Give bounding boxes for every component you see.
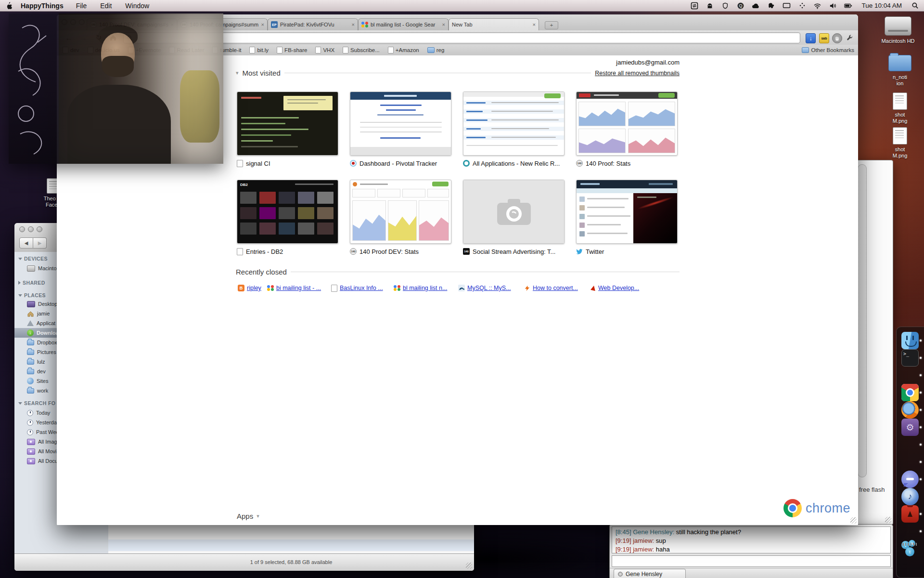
cloudapp-menu-icon[interactable] xyxy=(752,1,760,10)
forward-button[interactable]: ▶ xyxy=(33,237,47,249)
dock-propane-icon[interactable] xyxy=(901,505,919,523)
evernote-menu-icon[interactable] xyxy=(767,1,775,10)
thumbnail-caption-new-relic[interactable]: All Applications - New Relic R... xyxy=(463,159,566,168)
menu-clock[interactable]: Tue 10:04 AM xyxy=(861,2,902,9)
disclosure-triangle-icon[interactable]: ▾ xyxy=(236,70,239,76)
resize-grip-icon[interactable] xyxy=(850,517,857,524)
recently-closed-link[interactable]: bi mailing list - ... xyxy=(276,285,321,291)
thumbnail-new-relic[interactable] xyxy=(463,92,565,156)
disclosure-triangle-icon[interactable]: ▾ xyxy=(257,513,259,519)
recently-closed-how-to-convert[interactable]: How to convert... xyxy=(524,284,578,292)
thumbnail-caption-entries-db2[interactable]: Entries - DB2 xyxy=(237,247,340,256)
bookmark-amazon[interactable]: +Amazon xyxy=(388,47,419,53)
thumbnail-caption-140proof-dev[interactable]: 140 140 Proof DEV: Stats xyxy=(350,247,453,256)
recently-closed-link[interactable]: Web Develop... xyxy=(598,285,639,291)
desktop-icon-macintosh-hd[interactable]: Macintosh HD xyxy=(873,16,923,44)
desktop-icon-screenshot-2[interactable]: shot M.png xyxy=(880,127,920,159)
desktop-icon-screenshot-1[interactable]: shot M.png xyxy=(880,92,920,124)
shield-menu-icon[interactable] xyxy=(721,1,729,10)
recently-closed-link[interactable]: ripley xyxy=(247,285,261,291)
chat-input-field[interactable] xyxy=(612,555,891,567)
adium-ghost-menu-icon[interactable] xyxy=(706,1,714,10)
minimize-window-icon[interactable] xyxy=(28,226,34,232)
restore-thumbnails-link[interactable]: Restore all removed thumbnails xyxy=(595,70,680,77)
resize-grip-icon[interactable] xyxy=(466,563,472,569)
battery-menu-icon[interactable] xyxy=(844,1,852,10)
dock-system-preferences-icon[interactable]: ⚙ xyxy=(901,419,919,436)
new-tab-button[interactable]: + xyxy=(545,21,558,29)
close-window-icon[interactable] xyxy=(19,226,25,232)
thumbnail-140proof-dev-stats[interactable] xyxy=(350,180,451,244)
menu-window[interactable]: Window xyxy=(125,2,149,10)
thumbnail-signal-ci[interactable] xyxy=(237,92,338,156)
thumbnail-caption-pivotal[interactable]: Dashboard - Pivotal Tracker xyxy=(350,159,453,168)
recently-closed-link[interactable]: How to convert... xyxy=(533,285,578,291)
sabnzbd-extension-icon[interactable]: sab xyxy=(819,33,829,43)
thumbnail-140proof-stats[interactable] xyxy=(576,92,678,156)
recently-closed-web-develop[interactable]: Web Develop... xyxy=(591,284,639,292)
thumbnail-social-stream-placeholder[interactable] xyxy=(463,180,565,244)
recently-closed-link[interactable]: MySQL :: MyS... xyxy=(467,285,511,291)
tab-close-icon[interactable]: × xyxy=(442,22,445,27)
recently-closed-bi-mailing-list[interactable]: bi mailing list - ... xyxy=(267,284,321,292)
scrollbar-track[interactable] xyxy=(858,164,867,477)
recently-closed-ripley[interactable]: B ripley xyxy=(238,284,261,292)
selected-file-row[interactable] xyxy=(108,539,474,551)
tab-close-icon[interactable]: × xyxy=(261,22,264,27)
tab-close-icon[interactable]: × xyxy=(533,22,536,27)
bookmark-fb-share[interactable]: FB-share xyxy=(277,47,307,53)
back-button[interactable]: ◀ xyxy=(19,237,33,249)
tab-close-icon[interactable]: × xyxy=(352,22,355,27)
tab-google-search[interactable]: bl mailing list - Google Sear × xyxy=(358,18,449,30)
thumbnail-twitter[interactable] xyxy=(576,180,678,244)
resize-grip-icon[interactable] xyxy=(885,517,891,523)
menu-edit[interactable]: Edit xyxy=(100,2,112,10)
apps-header[interactable]: Apps ▾ xyxy=(237,512,259,520)
thumbnail-caption-140proof-stats[interactable]: 140 140 Proof: Stats xyxy=(576,159,680,168)
thumbnail-preview xyxy=(577,92,677,155)
desktop-icon-noti-folder[interactable]: n_noti ion xyxy=(877,55,923,87)
spotlight-icon[interactable] xyxy=(911,1,919,10)
recently-closed-mysql[interactable]: MySQL :: MyS... xyxy=(458,284,511,292)
thumbnail-caption-social-stream[interactable]: 140 Social Stream Advertising: T... xyxy=(463,247,566,256)
background-document-window[interactable]: free flash xyxy=(853,160,893,525)
address-input[interactable] xyxy=(133,34,797,42)
adblock-hand-icon[interactable] xyxy=(832,33,842,43)
dock-adium-icon[interactable] xyxy=(901,471,919,488)
recently-closed-link[interactable]: bl mailing list n... xyxy=(403,285,447,291)
dock-itunes-icon[interactable]: ♪ xyxy=(901,488,919,505)
dock-finder-icon[interactable] xyxy=(901,332,919,349)
quicksilver-menu-icon[interactable]: Q xyxy=(736,1,744,10)
menu-file[interactable]: File xyxy=(76,2,87,10)
zoom-window-icon[interactable] xyxy=(37,226,42,232)
wifi-menu-icon[interactable] xyxy=(813,1,821,10)
recently-closed-bl-mailing-list[interactable]: bl mailing list n... xyxy=(394,284,447,292)
tab-new-tab[interactable]: New Tab × xyxy=(449,18,539,30)
download-extension-icon[interactable]: ↓ xyxy=(806,33,816,43)
display-menu-icon[interactable] xyxy=(783,1,791,10)
bluetooth-menu-icon[interactable] xyxy=(798,1,806,10)
dock-terminal-icon[interactable]: >_ xyxy=(901,349,919,367)
apple-menu-icon[interactable] xyxy=(5,1,13,10)
wrench-menu-icon[interactable] xyxy=(845,33,854,42)
bookmark-bitly[interactable]: bit.ly xyxy=(249,47,269,53)
happythings-webcam-overlay[interactable] xyxy=(9,13,223,164)
tab-piratepad[interactable]: EP PiratePad: Kiv6vtFOVu × xyxy=(268,18,358,30)
recently-closed-link[interactable]: BasLinux Info ... xyxy=(340,285,383,291)
bookmark-reg-folder[interactable]: reg xyxy=(427,47,445,53)
thumbnail-caption-twitter[interactable]: Twitter xyxy=(576,247,680,256)
bookmark-subscribe[interactable]: Subscribe... xyxy=(343,47,380,53)
dock-firefox-icon[interactable] xyxy=(901,401,919,419)
thumbnail-caption-signal-ci[interactable]: signal CI xyxy=(237,159,340,168)
bookmark-vhx[interactable]: VHX xyxy=(315,47,334,53)
omnibox[interactable] xyxy=(123,32,800,43)
volume-menu-icon[interactable] xyxy=(829,1,837,10)
menu-app-name[interactable]: HappyThings xyxy=(21,2,64,10)
sync-menu-icon[interactable] xyxy=(690,1,698,10)
dock-chrome-icon[interactable] xyxy=(901,384,919,401)
thumbnail-pivotal-tracker[interactable] xyxy=(350,92,451,156)
chat-tab-gene-hensley[interactable]: Gene Hensley xyxy=(614,569,686,578)
thumbnail-entries-db2[interactable]: DB2 xyxy=(237,180,338,244)
other-bookmarks-button[interactable]: Other Bookmarks xyxy=(802,45,854,55)
recently-closed-baslinux[interactable]: BasLinux Info ... xyxy=(331,284,383,292)
